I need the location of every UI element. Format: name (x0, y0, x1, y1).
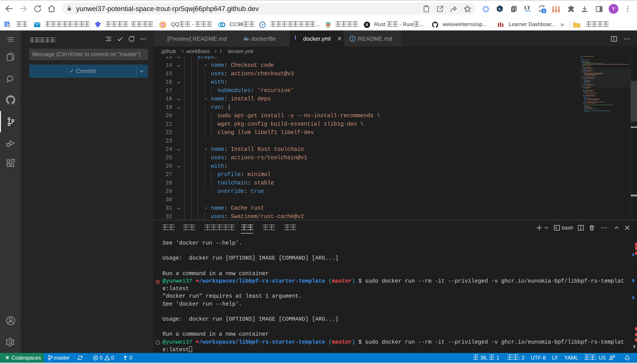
svg-text:0: 0 (543, 9, 545, 13)
svg-text:du: du (97, 25, 99, 27)
svg-text:R: R (366, 22, 369, 27)
svg-text:LT: LT (524, 5, 530, 10)
